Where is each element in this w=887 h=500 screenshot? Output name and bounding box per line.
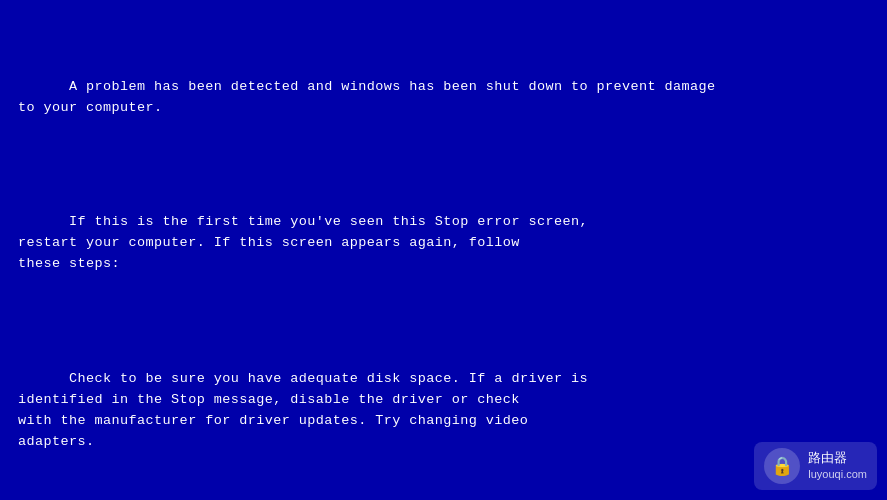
para2-text: If this is the first time you've seen th… bbox=[18, 214, 588, 271]
paragraph-3: Check to be sure you have adequate disk … bbox=[18, 348, 869, 474]
para3-text: Check to be sure you have adequate disk … bbox=[18, 371, 588, 449]
paragraph-2: If this is the first time you've seen th… bbox=[18, 191, 869, 296]
watermark-text: 路由器 luyouqi.com bbox=[808, 450, 867, 481]
watermark-site: luyouqi.com bbox=[808, 467, 867, 481]
lock-icon: 🔒 bbox=[771, 455, 793, 477]
watermark-icon: 🔒 bbox=[764, 448, 800, 484]
bsod-content: A problem has been detected and windows … bbox=[18, 14, 869, 500]
bsod-screen: A problem has been detected and windows … bbox=[0, 0, 887, 500]
watermark-label: 路由器 bbox=[808, 450, 867, 467]
paragraph-1: A problem has been detected and windows … bbox=[18, 56, 869, 140]
watermark: 🔒 路由器 luyouqi.com bbox=[754, 442, 877, 490]
para1-text: A problem has been detected and windows … bbox=[18, 79, 716, 115]
